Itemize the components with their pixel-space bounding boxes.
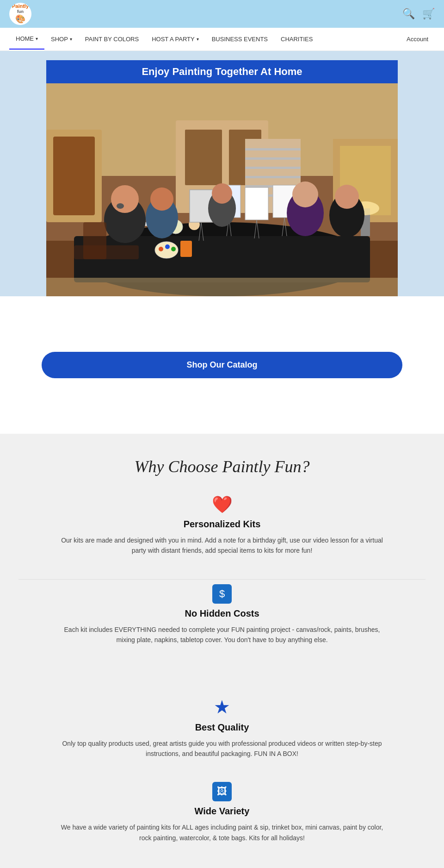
svg-point-45 xyxy=(117,203,124,209)
svg-rect-32 xyxy=(245,187,268,220)
hero-title: Enjoy Painting Together At Home xyxy=(46,60,398,83)
nav-item-charities[interactable]: CHARITIES xyxy=(274,29,319,49)
svg-rect-56 xyxy=(46,278,398,296)
feature-item-no-hidden-costs: $ No Hidden Costs Each kit includes EVER… xyxy=(18,584,426,645)
hero-section: Enjoy Painting Together At Home xyxy=(0,51,444,296)
svg-rect-4 xyxy=(185,130,222,185)
nav-item-host-party[interactable]: HOST A PARTY ▾ xyxy=(145,29,205,49)
svg-rect-9 xyxy=(245,167,301,169)
svg-point-41 xyxy=(171,247,176,251)
search-icon[interactable]: 🔍 xyxy=(402,8,415,20)
cta-section: Shop Our Catalog xyxy=(0,324,444,406)
logo-image: Paintly fun 🎨 xyxy=(9,3,31,25)
shop-catalog-button[interactable]: Shop Our Catalog xyxy=(42,352,402,378)
svg-rect-14 xyxy=(53,137,95,215)
feature-item-personalized-kits: ❤️ Personalized Kits Our kits are made a… xyxy=(18,495,426,556)
spacer-above-cta xyxy=(0,296,444,324)
cart-icon[interactable]: 🛒 xyxy=(422,8,435,20)
feature-item-best-quality: ★ Best Quality Only top quality products… xyxy=(18,696,426,759)
features-title: Why Choose Paintly Fun? xyxy=(18,457,426,476)
spacer-below-cta xyxy=(0,406,444,434)
header-icons: 🔍 🛒 xyxy=(402,8,435,20)
svg-point-39 xyxy=(159,247,163,251)
feature-description: We have a wide variety of painting kits … xyxy=(56,822,388,843)
logo-area[interactable]: Paintly fun 🎨 xyxy=(9,3,31,25)
svg-point-47 xyxy=(150,187,173,211)
nav-item-shop[interactable]: SHOP ▾ xyxy=(44,29,79,49)
svg-rect-7 xyxy=(245,148,301,150)
image-icon: 🖼 xyxy=(212,782,232,801)
svg-rect-42 xyxy=(180,241,192,257)
feature-heading: Wide Variety xyxy=(18,806,426,817)
feature-heading: No Hidden Costs xyxy=(18,608,426,619)
features-section: Why Choose Paintly Fun? ❤️ Personalized … xyxy=(0,434,444,868)
chevron-down-icon: ▾ xyxy=(197,37,199,42)
heart-icon: ❤️ xyxy=(18,495,426,514)
divider xyxy=(18,579,426,580)
spacer xyxy=(18,668,426,696)
nav-item-paint-by-colors[interactable]: PAINT BY COLORS xyxy=(79,29,145,49)
hero-scene-svg xyxy=(46,83,398,296)
nav-item-home[interactable]: HOME ▾ xyxy=(9,29,44,50)
hero-wrapper: Enjoy Painting Together At Home xyxy=(46,60,398,296)
svg-point-51 xyxy=(292,181,318,207)
feature-description: Only top quality products used, great ar… xyxy=(56,738,388,759)
navigation: HOME ▾ SHOP ▾ PAINT BY COLORS HOST A PAR… xyxy=(0,28,444,51)
feature-description: Each kit includes EVERYTHING needed to c… xyxy=(56,624,388,645)
svg-rect-8 xyxy=(245,157,301,160)
header: Paintly fun 🎨 🔍 🛒 xyxy=(0,0,444,28)
feature-heading: Best Quality xyxy=(18,722,426,733)
svg-point-44 xyxy=(111,185,139,213)
feature-item-wide-variety: 🖼 Wide Variety We have a wide variety of… xyxy=(18,782,426,843)
money-icon: $ xyxy=(212,584,232,604)
chevron-down-icon: ▾ xyxy=(36,36,38,41)
hero-image xyxy=(46,83,398,296)
account-link[interactable]: Account xyxy=(400,29,435,49)
svg-rect-55 xyxy=(74,245,139,259)
svg-rect-10 xyxy=(245,176,301,178)
svg-point-40 xyxy=(165,244,170,249)
nav-item-business-events[interactable]: BUSINESS EVENTS xyxy=(205,29,274,49)
svg-point-53 xyxy=(335,185,359,209)
star-icon: ★ xyxy=(18,696,426,718)
feature-heading: Personalized Kits xyxy=(18,519,426,530)
svg-point-49 xyxy=(212,183,232,204)
chevron-down-icon: ▾ xyxy=(70,37,72,42)
feature-description: Our kits are made and designed with you … xyxy=(56,535,388,556)
